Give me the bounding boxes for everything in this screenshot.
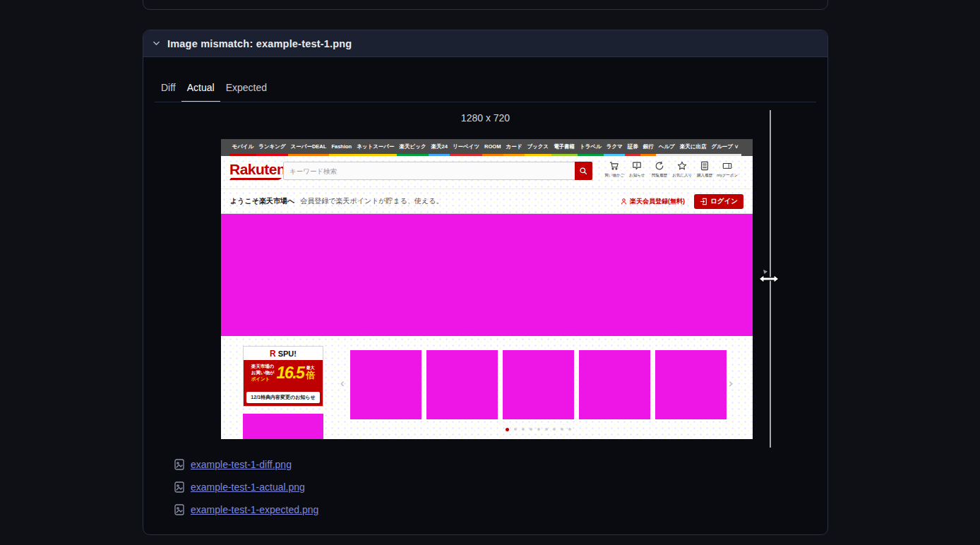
- header-menu-notice-icon[interactable]: お知らせ: [626, 161, 648, 179]
- header-menu-label: 買い物かご: [604, 172, 624, 178]
- topnav-item[interactable]: 電子書籍: [551, 139, 578, 156]
- tab-bar: DiffActualExpected: [155, 82, 273, 102]
- topnav-item[interactable]: グループ ∨: [709, 139, 741, 156]
- topnav-item[interactable]: トラベル: [578, 139, 604, 156]
- spu-header: RSPU!: [244, 347, 323, 360]
- header-menu-coupon-icon[interactable]: myクーポン: [716, 161, 739, 179]
- purchase-history-icon: [700, 161, 710, 171]
- chevron-down-icon: [152, 39, 161, 48]
- resize-cursor-icon: [757, 269, 781, 286]
- welcome-text: ようこそ楽天市場へ会員登録で楽天ポイントが貯まる、使える。: [230, 196, 443, 206]
- image-file-icon: [174, 459, 184, 470]
- welcome-message: 会員登録で楽天ポイントが貯まる、使える。: [300, 197, 443, 205]
- carousel-tile-masked[interactable]: [503, 350, 574, 419]
- carousel-dot[interactable]: [530, 428, 532, 431]
- diff-masked-hero-region: [221, 214, 753, 336]
- topnav-item[interactable]: 証券: [625, 139, 640, 156]
- topnav-item[interactable]: ブックス: [525, 139, 551, 156]
- header-menu-label: myクーポン: [717, 172, 738, 178]
- image-size-label: 1280 x 720: [143, 112, 827, 124]
- carousel-dot[interactable]: [514, 428, 517, 431]
- topnav-item[interactable]: スーパーDEAL: [288, 139, 329, 156]
- attachment-list: example-test-1-diff.pngexample-test-1-ac…: [174, 458, 318, 516]
- topnav-item[interactable]: カード: [503, 139, 525, 156]
- header-menu-cart-icon[interactable]: 買い物かご: [603, 161, 626, 179]
- header-icon-menu: 買い物かごお知らせ閲覧履歴お気に入り購入履歴myクーポン: [603, 161, 739, 179]
- topnav-item[interactable]: 銀行: [640, 139, 656, 156]
- carousel-prev-arrow[interactable]: ‹: [340, 377, 345, 389]
- register-link[interactable]: 楽天会員登録(無料): [620, 197, 685, 206]
- topnav-item[interactable]: ランキング: [256, 139, 288, 156]
- login-label: ログイン: [710, 197, 738, 206]
- actual-screenshot: モバイルランキングスーパーDEALFashionネットスーパー楽天ビック楽天24…: [221, 139, 753, 439]
- rakuten-r-mark: R: [270, 349, 276, 359]
- carousel-tile-masked[interactable]: [655, 350, 727, 419]
- welcome-greeting: ようこそ楽天市場へ: [230, 197, 294, 205]
- header-menu-label: 閲覧履歴: [652, 172, 667, 178]
- cart-icon: [609, 161, 619, 171]
- carousel-dot[interactable]: [506, 428, 509, 431]
- spu-lines: 楽天市場の お買い物が ポイント: [251, 364, 275, 382]
- search-button[interactable]: [575, 162, 592, 180]
- carousel-tile-masked[interactable]: [426, 350, 498, 419]
- carousel-dot[interactable]: [568, 428, 571, 431]
- search-box: [283, 162, 592, 180]
- carousel-dot[interactable]: [561, 428, 563, 431]
- header-menu-history-icon[interactable]: 閲覧履歴: [648, 161, 671, 179]
- topnav-item[interactable]: ヘルプ: [656, 139, 677, 156]
- carousel-dot[interactable]: [553, 428, 556, 431]
- search-icon: [579, 167, 588, 176]
- header-menu-label: お気に入り: [672, 172, 692, 178]
- spu-title: SPU!: [278, 349, 297, 358]
- topnav-item[interactable]: ラクマ: [604, 139, 625, 156]
- topnav-item[interactable]: モバイル: [229, 139, 256, 156]
- attachment-link[interactable]: example-test-1-actual.png: [191, 481, 305, 493]
- tab-expected[interactable]: Expected: [220, 82, 273, 102]
- carousel-tile-masked[interactable]: [579, 350, 650, 419]
- carousel-next-arrow[interactable]: ›: [729, 377, 733, 389]
- attachment-link[interactable]: example-test-1-expected.png: [191, 504, 318, 515]
- rakuten-content: RSPU! 楽天市場の お買い物が ポイント 16.5 最大 倍: [221, 336, 753, 439]
- rakuten-logo[interactable]: Rakuten: [229, 161, 285, 178]
- rakuten-topnav: モバイルランキングスーパーDEALFashionネットスーパー楽天ビック楽天24…: [221, 139, 753, 156]
- notice-icon: [632, 161, 642, 171]
- diff-slider-handle[interactable]: [770, 110, 771, 448]
- login-icon: [700, 198, 707, 205]
- carousel-dot[interactable]: [537, 428, 540, 431]
- carousel-track: [350, 350, 727, 419]
- image-mismatch-section: Image mismatch: example-test-1.png DiffA…: [143, 30, 828, 535]
- previous-section-box: [143, 0, 828, 10]
- topnav-item[interactable]: リーベイツ: [450, 139, 482, 156]
- login-button[interactable]: ログイン: [694, 194, 743, 209]
- topnav-item[interactable]: 楽天24: [429, 139, 450, 156]
- topnav-item[interactable]: 楽天ビック: [397, 139, 429, 156]
- rakuten-header: Rakuten 買い物かごお知らせ閲覧履歴お気に入り購入履歴myクーポン: [221, 156, 753, 188]
- spu-value: 16.5: [277, 364, 304, 383]
- tab-actual[interactable]: Actual: [181, 82, 220, 102]
- search-input[interactable]: [284, 162, 592, 179]
- spu-notice[interactable]: 12/1特典内容変更のお知らせ: [246, 392, 320, 403]
- topnav-item[interactable]: ROOM: [482, 139, 503, 156]
- welcome-bar: ようこそ楽天市場へ会員登録で楽天ポイントが貯まる、使える。 楽天会員登録(無料)…: [221, 188, 753, 214]
- header-menu-purchase-history-icon[interactable]: 購入履歴: [693, 161, 716, 179]
- tab-separator: [155, 102, 816, 102]
- header-menu-favorite-icon[interactable]: お気に入り: [671, 161, 693, 179]
- coupon-icon: [722, 161, 732, 171]
- carousel-tile-masked[interactable]: [350, 350, 422, 419]
- spu-banner[interactable]: RSPU! 楽天市場の お買い物が ポイント 16.5 最大 倍: [243, 346, 323, 407]
- topnav-item[interactable]: ネットスーパー: [354, 139, 397, 156]
- carousel-dot[interactable]: [545, 428, 548, 431]
- image-file-icon: [174, 504, 184, 515]
- topnav-item[interactable]: Fashion: [329, 139, 354, 156]
- attachment-link[interactable]: example-test-1-diff.png: [191, 459, 292, 470]
- spu-side: 最大 倍: [306, 366, 315, 381]
- favorite-icon: [677, 161, 687, 171]
- attachment-row: example-test-1-actual.png: [174, 481, 318, 493]
- header-menu-label: お知らせ: [629, 172, 645, 178]
- register-label: 楽天会員登録(無料): [630, 197, 685, 206]
- tab-diff[interactable]: Diff: [155, 82, 181, 102]
- topnav-item[interactable]: 楽天に出店: [677, 139, 709, 156]
- section-header[interactable]: Image mismatch: example-test-1.png: [143, 30, 827, 57]
- history-icon: [655, 161, 664, 171]
- carousel-dot[interactable]: [522, 428, 525, 431]
